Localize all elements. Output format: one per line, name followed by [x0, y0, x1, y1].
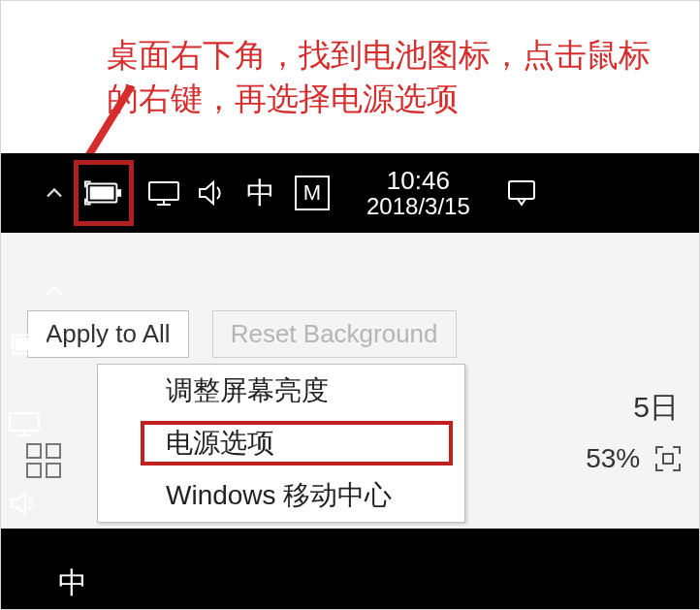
battery-tray-button[interactable] [74, 160, 134, 226]
svg-rect-13 [663, 454, 673, 464]
ime-m-icon: M [295, 176, 330, 210]
tray-chevron-icon[interactable] [0, 153, 74, 233]
ime-language-indicator[interactable]: 中 [0, 543, 146, 610]
menu-item-brightness[interactable]: 调整屏幕亮度 [98, 365, 464, 417]
volume-tray-icon[interactable] [188, 153, 237, 233]
system-clock[interactable]: 10:46 2018/3/15 [349, 153, 488, 233]
svg-rect-15 [42, 340, 47, 348]
svg-rect-8 [509, 181, 534, 199]
tray-chevron-icon[interactable] [0, 277, 74, 305]
svg-rect-17 [10, 413, 39, 431]
clock-date: 2018/3/15 [366, 194, 470, 219]
svg-rect-16 [16, 337, 40, 350]
instruction-text: 桌面右下角，找到电池图标，点击鼠标的右键，再选择电源选项 [107, 34, 669, 120]
date-fragment: 5日 [633, 388, 679, 428]
volume-tray-icon[interactable] [0, 464, 48, 543]
system-tray-bottom: 中 M . 2018/3/15 [0, 529, 700, 610]
clock-time: 10:46 [387, 167, 450, 195]
ime-mode-indicator[interactable]: M [285, 153, 339, 233]
menu-item-power-options[interactable]: 电源选项 [98, 417, 464, 469]
zoom-percent: 53% [586, 443, 683, 474]
battery-context-menu: 调整屏幕亮度 电源选项 Windows 移动中心 [97, 364, 465, 523]
display-tray-icon[interactable] [140, 153, 188, 233]
battery-tray-button[interactable] [0, 305, 58, 384]
ime-language-indicator[interactable]: 中 [237, 153, 285, 233]
fullscreen-icon[interactable] [653, 444, 683, 473]
display-tray-icon[interactable] [0, 384, 48, 464]
svg-rect-5 [149, 182, 178, 200]
menu-item-mobility-center[interactable]: Windows 移动中心 [98, 469, 464, 522]
battery-charging-icon [9, 330, 49, 359]
svg-rect-3 [116, 189, 121, 197]
reset-background-button: Reset Background [212, 310, 457, 358]
action-center-icon[interactable] [488, 153, 556, 233]
svg-rect-4 [90, 186, 114, 199]
battery-charging-icon [83, 178, 124, 208]
system-tray: 中 M 10:46 2018/3/15 [0, 153, 700, 233]
